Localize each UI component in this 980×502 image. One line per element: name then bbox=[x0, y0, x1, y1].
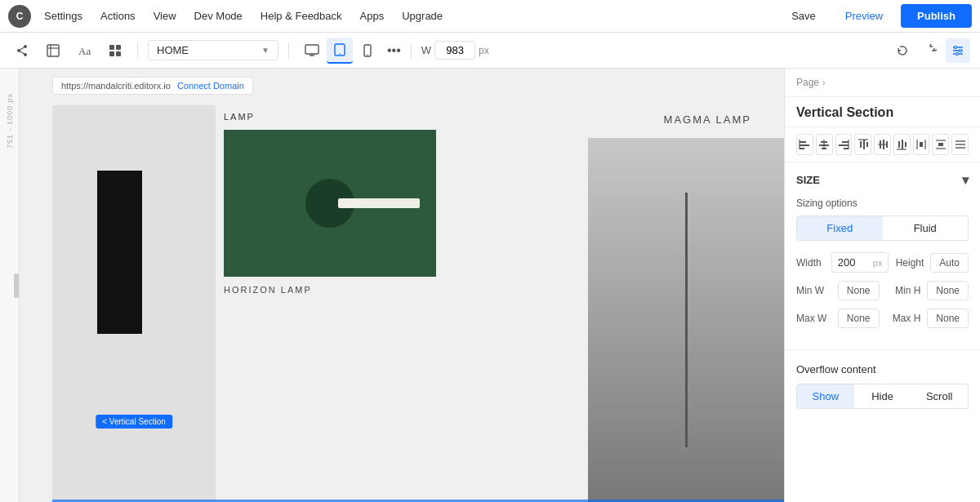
pages-icon[interactable] bbox=[41, 38, 65, 63]
save-button[interactable]: Save bbox=[780, 6, 827, 26]
show-btn[interactable]: Show bbox=[797, 384, 854, 408]
nav-view[interactable]: View bbox=[145, 7, 185, 25]
svg-point-23 bbox=[955, 46, 957, 48]
left-ruler: 751 - 1000 px bbox=[0, 69, 20, 502]
breadcrumb: Page › bbox=[785, 69, 980, 97]
top-nav: C Settings Actions View Dev Mode Help & … bbox=[0, 0, 980, 33]
text-icon[interactable]: Aa bbox=[72, 38, 96, 63]
breadcrumb-page: Page bbox=[796, 77, 819, 88]
fixed-btn[interactable]: Fixed bbox=[797, 216, 883, 240]
sizing-options-toggle: Fixed Fluid bbox=[796, 215, 969, 241]
size-section-header[interactable]: SIZE ▾ bbox=[796, 172, 969, 188]
svg-rect-42 bbox=[880, 140, 881, 144]
url-text: https://mandalcriti.editorx.io bbox=[61, 81, 171, 91]
svg-point-17 bbox=[339, 53, 341, 55]
height-auto[interactable]: Auto bbox=[930, 253, 969, 273]
nav-actions[interactable]: Actions bbox=[92, 7, 144, 25]
lamp-label-top: LAMP bbox=[224, 112, 255, 122]
align-right-btn[interactable] bbox=[835, 134, 853, 155]
svg-rect-27 bbox=[800, 144, 809, 146]
svg-rect-5 bbox=[47, 45, 59, 56]
svg-rect-28 bbox=[800, 148, 804, 149]
align-bottom-btn[interactable] bbox=[893, 134, 911, 155]
right-panel: Page › Vertical Section bbox=[784, 69, 980, 502]
svg-rect-9 bbox=[109, 45, 114, 50]
svg-rect-35 bbox=[839, 144, 849, 146]
svg-line-4 bbox=[19, 51, 25, 55]
preview-button[interactable]: Preview bbox=[834, 6, 894, 26]
mobile-view-icon[interactable] bbox=[354, 38, 381, 64]
page-selector[interactable]: HOME ▼ bbox=[148, 40, 278, 60]
svg-point-19 bbox=[367, 54, 368, 55]
user-avatar[interactable]: C bbox=[8, 5, 31, 28]
max-row: Max W None Max H None bbox=[796, 309, 969, 328]
align-center-h-btn[interactable] bbox=[816, 134, 833, 155]
distribute-v-btn[interactable] bbox=[932, 134, 949, 155]
connect-domain-link[interactable]: Connect Domain bbox=[177, 81, 244, 91]
nav-apps[interactable]: Apps bbox=[352, 7, 393, 25]
width-height-row: Width px Height Auto bbox=[796, 252, 969, 273]
publish-button[interactable]: Publish bbox=[901, 4, 972, 28]
svg-rect-53 bbox=[920, 142, 923, 147]
max-w-label: Max W bbox=[796, 313, 831, 324]
nav-settings[interactable]: Settings bbox=[36, 7, 91, 25]
ruler-handle[interactable] bbox=[14, 273, 19, 298]
max-w-value[interactable]: None bbox=[838, 309, 880, 328]
width-value-input[interactable] bbox=[838, 256, 871, 269]
left-dark-panel: < Vertical Section bbox=[52, 105, 216, 502]
components-icon[interactable] bbox=[103, 38, 127, 63]
undo-redo-group bbox=[890, 38, 970, 63]
width-input[interactable] bbox=[434, 41, 475, 60]
nav-devmode[interactable]: Dev Mode bbox=[186, 7, 251, 25]
tablet-view-icon[interactable] bbox=[327, 38, 353, 64]
toolbar-divider-3 bbox=[411, 42, 412, 59]
align-top-btn[interactable] bbox=[854, 134, 871, 155]
more-options-icon[interactable]: ••• bbox=[387, 43, 401, 58]
panel-title: Vertical Section bbox=[785, 97, 980, 127]
svg-rect-34 bbox=[842, 141, 849, 143]
vertical-section-badge[interactable]: < Vertical Section bbox=[96, 415, 172, 429]
nav-upgrade[interactable]: Upgrade bbox=[394, 7, 451, 25]
more-align-btn[interactable] bbox=[951, 134, 969, 155]
nav-help[interactable]: Help & Feedback bbox=[252, 7, 350, 25]
overflow-label: Overflow content bbox=[796, 363, 969, 375]
redo-icon[interactable] bbox=[918, 38, 942, 63]
settings-panel-icon[interactable] bbox=[946, 38, 970, 63]
magma-lamp-label: MAGMA LAMP bbox=[664, 113, 751, 126]
scroll-btn[interactable]: Scroll bbox=[911, 384, 968, 408]
max-h-value[interactable]: None bbox=[927, 309, 969, 328]
min-w-value[interactable]: None bbox=[838, 281, 880, 300]
hide-btn[interactable]: Hide bbox=[854, 384, 911, 408]
toolbar-divider-1 bbox=[137, 42, 138, 59]
svg-text:Aa: Aa bbox=[78, 45, 91, 57]
fluid-btn[interactable]: Fluid bbox=[883, 216, 969, 240]
svg-rect-12 bbox=[116, 51, 121, 56]
align-left-btn[interactable] bbox=[796, 134, 813, 155]
align-bar bbox=[785, 127, 980, 162]
distribute-h-btn[interactable] bbox=[913, 134, 930, 155]
size-section: SIZE ▾ Sizing options Fixed Fluid Width … bbox=[785, 162, 980, 346]
undo-icon[interactable] bbox=[890, 38, 915, 63]
width-control: W px bbox=[421, 41, 489, 60]
panel-divider bbox=[785, 349, 980, 350]
black-rectangle bbox=[97, 171, 142, 334]
main-area: 751 - 1000 px https://mandalcriti.editor… bbox=[0, 69, 980, 502]
svg-rect-36 bbox=[844, 148, 849, 149]
min-row: Min W None Min H None bbox=[796, 281, 969, 300]
desktop-view-icon[interactable] bbox=[299, 38, 325, 64]
svg-rect-40 bbox=[866, 142, 868, 147]
svg-rect-56 bbox=[938, 143, 943, 146]
width-label: W bbox=[421, 44, 431, 56]
overflow-options: Show Hide Scroll bbox=[796, 384, 969, 409]
align-middle-btn[interactable] bbox=[874, 134, 891, 155]
min-h-value[interactable]: None bbox=[927, 281, 969, 300]
height-label: Height bbox=[895, 257, 924, 269]
secondary-toolbar: Aa HOME ▼ ••• W px bbox=[0, 33, 980, 69]
svg-rect-13 bbox=[305, 45, 318, 54]
svg-rect-10 bbox=[116, 45, 121, 50]
svg-rect-48 bbox=[902, 140, 903, 149]
horizon-lamp-label: HORIZON LAMP bbox=[224, 285, 312, 295]
ruler-label: 751 - 1000 px bbox=[6, 93, 14, 149]
magma-lamp-image bbox=[588, 138, 784, 502]
social-icon[interactable] bbox=[10, 38, 34, 63]
